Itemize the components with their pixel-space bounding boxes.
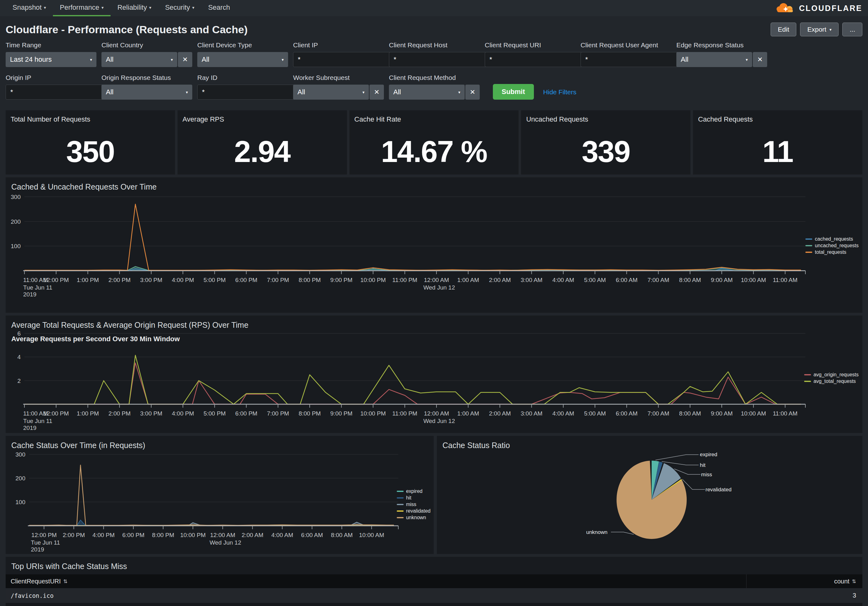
filter-label: Client Country bbox=[101, 41, 192, 49]
nav-snapshot-label: Snapshot bbox=[12, 3, 42, 12]
x-tick-label: 1:00 AM bbox=[457, 277, 479, 283]
x-tick-label: 11:00 PM bbox=[392, 277, 417, 283]
origin-ip-input[interactable] bbox=[6, 85, 105, 99]
client-request-uri-input[interactable] bbox=[485, 52, 584, 67]
legend-expired[interactable]: expired bbox=[397, 488, 431, 494]
legend-total-requests[interactable]: total_requests bbox=[805, 249, 859, 255]
select-value: All bbox=[681, 56, 688, 64]
column-header-label: ClientRequestURI bbox=[11, 578, 61, 585]
x-tick-label: 7:00 AM bbox=[648, 410, 670, 417]
y-tick-label: 300 bbox=[11, 194, 21, 200]
uri-cell: /favicon.ico bbox=[6, 592, 747, 599]
client-request-host-input[interactable] bbox=[389, 52, 488, 67]
cloudflare-logo: CLOUDFLARE bbox=[775, 0, 862, 16]
pie-leader-line bbox=[682, 479, 705, 489]
average-rps-chart-canvas[interactable]: 24611:00 AMTue Jun 11201912:00 PM1:00 PM… bbox=[6, 315, 862, 433]
pie-leader-line bbox=[662, 461, 699, 465]
x-tick-label: 2:00 AM bbox=[242, 532, 264, 538]
stat-label: Total Number of Requests bbox=[11, 115, 90, 123]
nav-search[interactable]: Search bbox=[202, 0, 237, 16]
submit-button[interactable]: Submit bbox=[493, 84, 534, 99]
panel-cache-status-over-time: Cache Status Over Time (in Requests) 100… bbox=[6, 436, 434, 554]
filter-label: Client Request Method bbox=[389, 74, 480, 81]
cache-status-chart-canvas[interactable]: 10020030012:00 PMTue Jun 1120192:00 PM4:… bbox=[6, 436, 434, 554]
legend-label: uncached_requests bbox=[815, 243, 859, 249]
edge-response-status-select[interactable]: All ▾ bbox=[676, 52, 752, 67]
clear-icon[interactable]: ✕ bbox=[178, 52, 192, 67]
legend-swatch bbox=[804, 374, 811, 375]
nav-reliability[interactable]: Reliability ▾ bbox=[110, 0, 158, 16]
cached-uncached-chart-canvas[interactable]: 10020030011:00 AMTue Jun 11201912:00 PM1… bbox=[6, 177, 862, 313]
y-tick-label: 100 bbox=[16, 499, 25, 505]
export-button[interactable]: Export ▾ bbox=[800, 23, 839, 36]
legend-label: avg_total_requests bbox=[814, 379, 856, 384]
legend-label: unknown bbox=[406, 515, 426, 521]
filter-bar: Time Range Last 24 hours ▾ Client Countr… bbox=[0, 39, 868, 109]
cloudflare-wordmark: CLOUDFLARE bbox=[799, 4, 862, 13]
column-header-client-request-uri[interactable]: ClientRequestURI ⇅ bbox=[6, 574, 747, 588]
x-tick-label: 3:00 PM bbox=[140, 410, 163, 417]
x-tick-label: 6:00 AM bbox=[615, 277, 637, 283]
filter-client-request-host: Client Request Host bbox=[389, 41, 480, 67]
ray-id-input[interactable] bbox=[197, 85, 297, 99]
cache-status-pie-canvas[interactable] bbox=[437, 436, 862, 554]
y-tick-label: 200 bbox=[11, 218, 21, 225]
export-button-label: Export bbox=[807, 26, 826, 33]
filter-label: Client Request User Agent bbox=[581, 41, 671, 49]
x-tick-label: 3:00 PM bbox=[140, 277, 163, 283]
top-uris-table: ClientRequestURI ⇅ count ⇅ /favicon.ico … bbox=[6, 574, 862, 606]
client-ip-input[interactable] bbox=[293, 52, 393, 67]
legend-swatch bbox=[805, 238, 812, 240]
time-range-select[interactable]: Last 24 hours ▾ bbox=[6, 52, 96, 67]
table-row: /favicon.ico 3 bbox=[6, 588, 862, 603]
legend-avg-origin-requests[interactable]: avg_origin_requests bbox=[804, 372, 859, 378]
filter-label: Time Range bbox=[6, 41, 96, 49]
x-tick-label: 9:00 PM bbox=[330, 277, 353, 283]
legend-revalidated[interactable]: revalidated bbox=[397, 508, 431, 514]
y-tick-label: 300 bbox=[16, 451, 25, 458]
edit-button[interactable]: Edit bbox=[770, 23, 796, 36]
stat-total-requests: Total Number of Requests 350 bbox=[6, 110, 175, 174]
client-country-select[interactable]: All ▾ bbox=[101, 52, 177, 67]
legend-unknown[interactable]: unknown bbox=[397, 515, 431, 521]
client-device-type-select[interactable]: All ▾ bbox=[197, 52, 288, 67]
legend-swatch bbox=[397, 510, 404, 512]
x-tick-label: 12:00 PM bbox=[31, 532, 57, 538]
legend-miss[interactable]: miss bbox=[397, 502, 431, 507]
x-date-label: Tue Jun 11 bbox=[31, 539, 60, 546]
x-tick-label: 7:00 AM bbox=[648, 277, 670, 283]
more-options-button[interactable]: ... bbox=[842, 23, 862, 36]
nav-snapshot[interactable]: Snapshot ▾ bbox=[6, 0, 53, 16]
pie-leader-line bbox=[656, 455, 699, 460]
more-options-icon: ... bbox=[849, 26, 855, 33]
legend-uncached-requests[interactable]: uncached_requests bbox=[805, 243, 859, 249]
legend-cached-requests[interactable]: cached_requests bbox=[805, 236, 859, 242]
hide-filters-link[interactable]: Hide Filters bbox=[543, 89, 577, 96]
legend-hit[interactable]: hit bbox=[397, 495, 431, 501]
stat-value: 2.94 bbox=[178, 129, 347, 174]
avg_origin_requests-line bbox=[25, 363, 801, 404]
nav-security[interactable]: Security ▾ bbox=[158, 0, 202, 16]
legend-label: miss bbox=[406, 502, 417, 507]
nav-performance[interactable]: Performance ▾ bbox=[53, 0, 110, 16]
column-header-count[interactable]: count ⇅ bbox=[747, 578, 862, 585]
legend-avg-total-requests[interactable]: avg_total_requests bbox=[804, 379, 859, 384]
edit-button-label: Edit bbox=[778, 26, 789, 33]
legend-label: revalidated bbox=[406, 508, 431, 514]
client-request-method-select[interactable]: All ▾ bbox=[389, 85, 465, 99]
origin-response-status-select[interactable]: All ▾ bbox=[101, 85, 192, 99]
clear-icon[interactable]: ✕ bbox=[465, 85, 480, 99]
x-tick-label: 3:00 AM bbox=[521, 410, 542, 417]
stat-label: Cache Hit Rate bbox=[355, 115, 401, 123]
clear-icon[interactable]: ✕ bbox=[369, 85, 384, 99]
worker-subrequest-select[interactable]: All ▾ bbox=[293, 85, 369, 99]
filter-client-request-uri: Client Request URI bbox=[485, 41, 575, 67]
legend-label: cached_requests bbox=[815, 236, 853, 242]
legend-label: avg_origin_requests bbox=[814, 372, 859, 378]
client-request-user-agent-input[interactable] bbox=[581, 52, 680, 67]
clear-icon[interactable]: ✕ bbox=[753, 52, 767, 67]
stat-value: 350 bbox=[6, 129, 175, 174]
x-date-label: Tue Jun 11 bbox=[23, 418, 52, 424]
pie-leader-line bbox=[611, 532, 634, 534]
filter-client-country: Client Country All ▾ ✕ bbox=[101, 41, 192, 67]
